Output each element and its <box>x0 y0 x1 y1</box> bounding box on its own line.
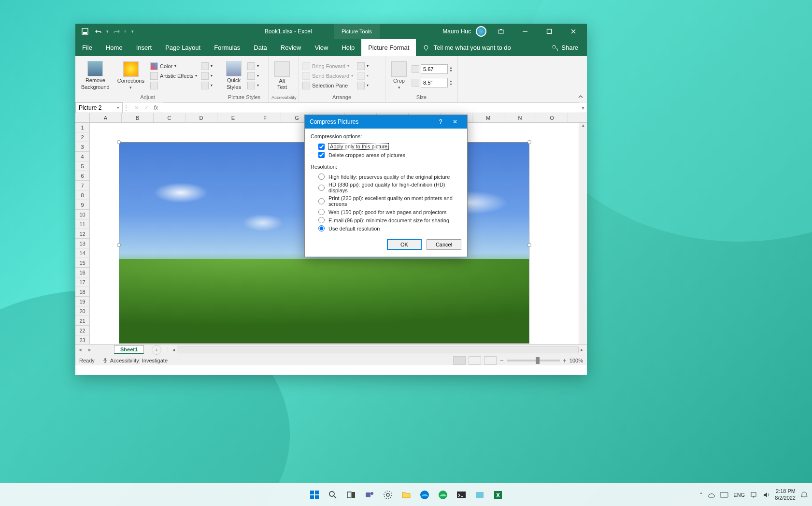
file-explorer-icon[interactable] <box>399 487 414 503</box>
alt-text-button[interactable]: Alt Text <box>271 60 293 91</box>
excel-app-icon[interactable]: X <box>490 487 506 503</box>
picture-border-button[interactable]: ▾ <box>246 62 260 71</box>
dialog-help-button[interactable]: ? <box>433 118 448 125</box>
web-radio[interactable] <box>318 209 325 215</box>
col-header[interactable]: E <box>217 113 249 122</box>
row-header[interactable]: 18 <box>75 287 90 297</box>
horizontal-scrollbar[interactable] <box>177 347 579 353</box>
teams-icon[interactable] <box>362 487 377 503</box>
color-button[interactable]: Color▾ <box>149 62 198 71</box>
hscroll-left[interactable]: ◂ <box>172 347 175 352</box>
vertical-scrollbar[interactable]: ▴ <box>579 123 587 344</box>
cancel-button[interactable]: Cancel <box>427 239 461 250</box>
group-button[interactable]: ▾ <box>356 72 370 80</box>
app-icon[interactable] <box>472 487 487 503</box>
bring-forward-button[interactable]: Bring Forward▾ <box>301 62 354 71</box>
reset-picture-button[interactable]: ▾ <box>200 81 214 90</box>
user-avatar[interactable] <box>476 26 486 37</box>
tell-me-search[interactable]: Tell me what you want to do <box>416 39 517 56</box>
row-header[interactable]: 16 <box>75 268 90 277</box>
row-header[interactable]: 15 <box>75 258 90 268</box>
page-break-view-button[interactable] <box>484 356 497 365</box>
language-indicator[interactable]: ENG <box>733 492 745 498</box>
tab-view[interactable]: View <box>308 39 335 56</box>
settings-icon[interactable] <box>380 487 396 503</box>
hscroll-right[interactable]: ▸ <box>581 347 583 352</box>
print-radio[interactable] <box>318 198 325 204</box>
resize-handle[interactable] <box>117 243 121 247</box>
ribbon-display-options-icon[interactable] <box>491 24 511 39</box>
keyboard-icon[interactable] <box>720 492 728 498</box>
share-button[interactable]: Share <box>543 39 587 56</box>
picture-layout-button[interactable]: ▾ <box>246 81 260 90</box>
row-header[interactable]: 23 <box>75 335 90 344</box>
edge-dev-icon[interactable] <box>435 487 451 503</box>
col-header[interactable]: N <box>504 113 536 122</box>
artistic-effects-button[interactable]: Artistic Effects▾ <box>149 72 198 80</box>
align-button[interactable]: ▾ <box>356 62 370 71</box>
send-backward-button[interactable]: Send Backward▾ <box>301 72 354 80</box>
terminal-icon[interactable] <box>454 487 469 503</box>
crop-button[interactable]: Crop ▾ <box>388 60 410 91</box>
height-spinner-up[interactable]: ▲ <box>449 66 453 69</box>
row-header[interactable]: 2 <box>75 132 90 142</box>
row-header[interactable]: 6 <box>75 171 90 181</box>
col-header[interactable]: M <box>472 113 504 122</box>
col-header[interactable]: C <box>154 113 185 122</box>
tray-chevron-icon[interactable]: ˄ <box>700 492 702 497</box>
accessibility-status[interactable]: Accessibility: Investigate <box>102 358 168 363</box>
col-header[interactable]: B <box>122 113 154 122</box>
dialog-titlebar[interactable]: Compress Pictures ? ✕ <box>305 115 467 129</box>
row-header[interactable]: 5 <box>75 161 90 171</box>
high-fidelity-radio[interactable] <box>318 173 325 180</box>
col-header[interactable]: A <box>90 113 122 122</box>
tab-picture-format[interactable]: Picture Format <box>361 39 416 56</box>
change-picture-button[interactable]: ▾ <box>200 72 214 80</box>
row-header[interactable]: 8 <box>75 190 90 200</box>
clock[interactable]: 2:18 PM 8/2/2022 <box>775 488 796 501</box>
hd-radio[interactable] <box>318 185 325 191</box>
quick-styles-button[interactable]: Quick Styles <box>223 60 244 91</box>
delete-cropped-checkbox[interactable] <box>318 152 325 158</box>
network-icon[interactable] <box>750 491 757 499</box>
save-icon[interactable] <box>79 26 91 37</box>
name-box[interactable]: Picture 2▾ <box>75 102 123 113</box>
collapse-ribbon-button[interactable] <box>577 93 584 100</box>
dialog-close-button[interactable]: ✕ <box>448 118 462 125</box>
row-header[interactable]: 11 <box>75 219 90 229</box>
width-spinner-down[interactable]: ▼ <box>449 83 453 86</box>
tab-formulas[interactable]: Formulas <box>207 39 247 56</box>
row-header[interactable]: 7 <box>75 181 90 190</box>
remove-background-button[interactable]: Remove Background <box>78 60 113 91</box>
width-input[interactable] <box>421 78 448 87</box>
transparency-button[interactable] <box>149 81 198 90</box>
compress-pictures-button[interactable]: ▾ <box>200 62 214 71</box>
search-icon[interactable] <box>325 487 341 503</box>
resize-handle[interactable] <box>117 140 121 144</box>
zoom-slider[interactable] <box>507 360 560 361</box>
maximize-button[interactable] <box>540 24 559 39</box>
default-resolution-radio[interactable] <box>318 225 325 231</box>
volume-icon[interactable] <box>762 491 770 499</box>
resize-handle[interactable] <box>527 243 531 247</box>
notifications-icon[interactable] <box>800 491 808 499</box>
rotate-button[interactable]: ▾ <box>356 81 370 90</box>
name-box-expand[interactable]: ⋮ <box>123 104 129 111</box>
sheet-tab-sheet1[interactable]: Sheet1 <box>114 345 144 354</box>
height-spinner-down[interactable]: ▼ <box>449 69 453 72</box>
expand-formula-bar[interactable]: ▾ <box>579 104 587 111</box>
row-header[interactable]: 10 <box>75 210 90 219</box>
col-header[interactable]: D <box>185 113 217 122</box>
select-all-corner[interactable] <box>75 113 90 122</box>
zoom-in-button[interactable]: + <box>563 357 567 364</box>
row-header[interactable]: 4 <box>75 152 90 161</box>
close-button[interactable] <box>564 24 583 39</box>
tab-data[interactable]: Data <box>247 39 273 56</box>
normal-view-button[interactable] <box>453 356 466 365</box>
row-header[interactable]: 21 <box>75 316 90 326</box>
tab-page-layout[interactable]: Page Layout <box>158 39 207 56</box>
email-radio[interactable] <box>318 217 325 223</box>
row-header[interactable]: 19 <box>75 297 90 306</box>
undo-icon[interactable] <box>93 26 104 37</box>
tab-insert[interactable]: Insert <box>129 39 159 56</box>
